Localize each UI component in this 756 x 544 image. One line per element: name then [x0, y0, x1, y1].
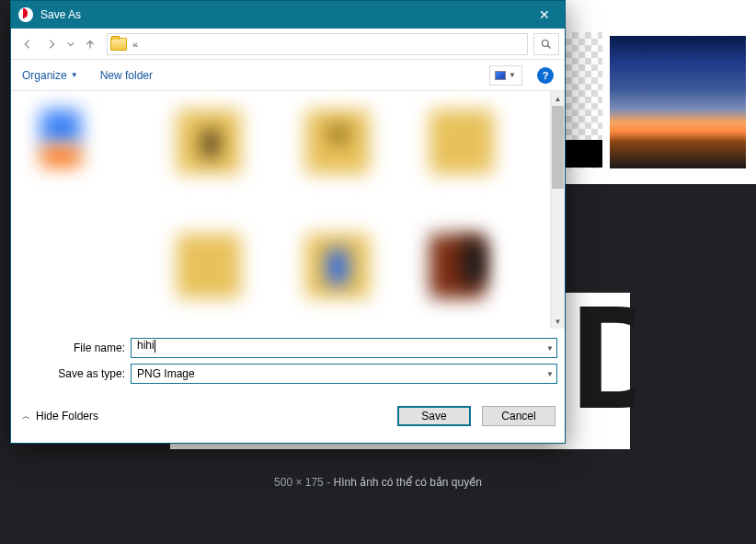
copyright-notice: Hình ảnh có thể có bản quyền	[333, 476, 481, 489]
svg-line-1	[548, 45, 551, 48]
file-item[interactable]	[177, 234, 241, 298]
sunset-thumbnail[interactable]	[610, 36, 746, 168]
file-item[interactable]	[328, 124, 349, 145]
search-button[interactable]	[533, 33, 559, 55]
chevron-down-icon: ▼	[509, 71, 516, 79]
scroll-down-icon[interactable]: ▼	[551, 314, 565, 329]
chevron-down-icon	[67, 41, 74, 48]
navigation-row: «	[11, 29, 565, 60]
image-info-bar: 500 × 175 - Hình ảnh có thể có bản quyền	[0, 476, 756, 489]
help-button[interactable]: ?	[537, 67, 554, 84]
filetype-select[interactable]: PNG Image	[131, 364, 557, 384]
recent-dropdown[interactable]	[64, 33, 77, 55]
chevron-up-icon: ︿	[22, 411, 30, 422]
new-folder-label: New folder	[100, 69, 153, 82]
transparency-black	[566, 140, 602, 168]
organize-label: Organize	[22, 69, 67, 82]
filetype-label: Save as type:	[18, 367, 131, 380]
file-item[interactable]	[40, 110, 81, 145]
forward-icon	[45, 38, 58, 51]
search-icon	[541, 39, 552, 50]
breadcrumb-chevron: «	[132, 39, 138, 50]
file-item[interactable]	[462, 240, 486, 284]
hide-folders-button[interactable]: ︿ Hide Folders	[22, 410, 98, 422]
chevron-down-icon: ▼	[71, 71, 78, 79]
file-item[interactable]	[40, 146, 81, 167]
filename-label: File name:	[18, 341, 131, 354]
close-button[interactable]: ✕	[523, 1, 565, 29]
toolbar: Organize ▼ New folder ▼ ?	[11, 60, 565, 91]
cancel-button[interactable]: Cancel	[482, 406, 556, 426]
scrollbar-thumb[interactable]	[552, 106, 564, 189]
up-icon	[84, 38, 97, 51]
file-item[interactable]	[430, 110, 494, 174]
titlebar: Save As ✕	[11, 1, 565, 29]
up-button[interactable]	[79, 33, 101, 55]
dialog-title: Save As	[40, 8, 523, 21]
scrollbar[interactable]: ▲ ▼	[550, 91, 565, 329]
scroll-up-icon[interactable]: ▲	[551, 91, 565, 106]
save-button[interactable]: Save	[397, 406, 471, 426]
save-label: Save	[421, 410, 446, 422]
form-area: File name: hihi ▼ Save as type: PNG Imag…	[11, 329, 565, 397]
filename-row: File name: hihi ▼	[18, 338, 557, 358]
yandex-icon	[18, 7, 33, 22]
large-letter: D	[570, 293, 635, 449]
text-cursor	[155, 340, 155, 353]
close-icon: ✕	[539, 7, 550, 22]
separator: -	[324, 476, 334, 489]
folder-icon	[110, 38, 127, 51]
filename-input[interactable]: hihi	[131, 338, 557, 358]
hide-folders-label: Hide Folders	[36, 410, 98, 422]
back-icon	[21, 38, 34, 51]
file-list-area[interactable]: ▲ ▼	[11, 91, 565, 329]
new-folder-button[interactable]: New folder	[100, 69, 153, 82]
breadcrumb[interactable]: «	[107, 33, 528, 55]
file-item[interactable]	[327, 249, 348, 284]
cancel-label: Cancel	[501, 410, 535, 422]
view-mode-button[interactable]: ▼	[489, 65, 522, 86]
file-item[interactable]	[202, 130, 219, 157]
organize-button[interactable]: Organize ▼	[22, 69, 78, 82]
view-mode-icon	[496, 72, 505, 79]
help-icon: ?	[543, 70, 549, 81]
image-dimensions: 500 × 175	[274, 476, 324, 489]
dialog-footer: ︿ Hide Folders Save Cancel	[11, 397, 565, 430]
back-button[interactable]	[17, 33, 39, 55]
svg-point-0	[543, 40, 549, 46]
filetype-row: Save as type: PNG Image ▼	[18, 364, 557, 384]
save-as-dialog: Save As ✕ « Organize ▼ New fo	[10, 0, 566, 444]
forward-button[interactable]	[40, 33, 63, 55]
